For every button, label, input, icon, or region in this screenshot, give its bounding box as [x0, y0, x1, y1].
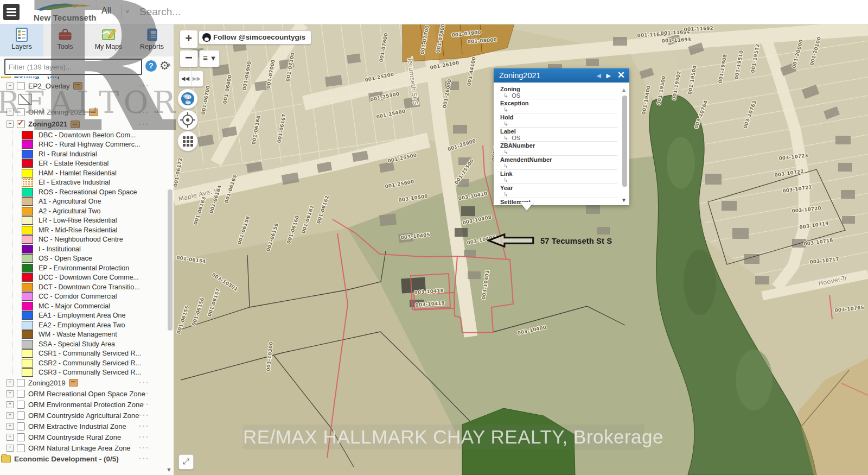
row-menu-icon[interactable]: ···	[139, 120, 150, 129]
layer-checkbox[interactable]	[17, 401, 25, 409]
layer-checkbox[interactable]	[17, 82, 25, 90]
follow-github-button[interactable]: Follow @simcoecountygis	[199, 30, 311, 45]
metadata-icon[interactable]	[71, 121, 80, 128]
sidebar-scrollbar-thumb[interactable]	[168, 189, 173, 331]
legend-label: CSR1 - Communally Serviced R...	[39, 350, 141, 357]
search-scope-selector[interactable]: All	[101, 6, 111, 16]
layer-item-orm-recreational-open-space-zone[interactable]: +ORM Recreational Open Space Zone···	[0, 388, 167, 399]
layer-checkbox[interactable]	[17, 390, 25, 398]
layer-checkbox[interactable]	[17, 433, 25, 441]
legend-item: ROS - Recreational Open Space	[22, 187, 167, 197]
app-logo: New Tecumseth	[34, 1, 99, 24]
popup-scroll-down-icon[interactable]: ▼	[621, 197, 627, 203]
locate-button[interactable]	[177, 110, 198, 130]
help-icon[interactable]: ?	[145, 60, 157, 72]
tab-layers[interactable]: Layers	[0, 24, 43, 56]
gis-app: Maple Ave. WTecumseth St SHoover-Tr 001-…	[0, 0, 868, 475]
layer-checkbox[interactable]	[17, 379, 25, 387]
legend-item: CSR3 - Communally Serviced R...	[22, 368, 167, 378]
expand-icon[interactable]: +	[7, 390, 14, 397]
row-menu-icon[interactable]: ···	[139, 433, 150, 441]
legend-label: EA1 - Employment Area One	[39, 312, 126, 319]
tab-tools[interactable]: Tools	[43, 24, 87, 56]
chevron-down-icon[interactable]: ∨	[125, 8, 130, 15]
row-menu-icon[interactable]: ···	[139, 81, 150, 90]
expand-icon[interactable]: +	[7, 379, 14, 387]
layer-item-orm-environmental-protection-zone[interactable]: +ORM Environmental Protection Zone···	[0, 399, 167, 410]
previous-extent-icon[interactable]: ◀◀	[180, 71, 191, 86]
row-menu-icon[interactable]: ···	[139, 454, 150, 463]
menu-icon[interactable]	[3, 4, 20, 20]
globe-overview-button[interactable]	[177, 88, 198, 109]
popup-next-icon[interactable]: ▶	[607, 68, 611, 83]
layer-item-ep2-overlay[interactable]: − EP2_Overlay ···	[0, 80, 167, 92]
expand-icon[interactable]: +	[7, 401, 14, 408]
popup-scroll-up-icon[interactable]: ▲	[621, 87, 627, 93]
zoom-out-button[interactable]: −	[180, 50, 198, 67]
layer-filter-input[interactable]	[4, 59, 142, 75]
layer-item-orm-extractive-industrial-zone[interactable]: +ORM Extractive Industrial Zone···	[0, 421, 167, 432]
layer-item-orm-countryside-rural-zone[interactable]: +ORM Countryside Rural Zone···	[0, 432, 167, 442]
collapse-icon[interactable]: −	[7, 83, 14, 90]
legend-swatch	[22, 169, 33, 178]
layer-checkbox[interactable]	[17, 108, 25, 116]
layer-checkbox[interactable]	[17, 422, 25, 430]
legend-swatch	[22, 207, 33, 216]
legend-item: NC - Neighbourhood Centre	[22, 235, 167, 245]
metadata-icon[interactable]	[73, 82, 82, 90]
layer-checkbox-checked[interactable]: ✓	[17, 120, 25, 128]
layer-item-orm-countryside-agricultural-zone[interactable]: +ORM Countryside Agricultural Zone···	[0, 410, 167, 421]
tab-my-maps[interactable]: My Maps	[87, 24, 130, 56]
crosshair-icon	[178, 110, 197, 130]
legend-label: EP - Environmental Protection	[39, 264, 129, 272]
legend-item: WM - Waste Management	[22, 330, 167, 340]
legend-swatch	[22, 368, 33, 377]
layer-item-zoning2019[interactable]: +Zoning2019···	[0, 377, 167, 388]
expand-icon[interactable]: +	[7, 109, 14, 116]
search-zone: All ∨	[97, 0, 868, 24]
tab-reports[interactable]: Reports	[130, 24, 174, 56]
collapse-icon[interactable]: −	[7, 121, 14, 128]
expand-icon[interactable]: +	[7, 445, 14, 452]
sidebar-scroll-down-icon[interactable]: ▼	[166, 466, 172, 473]
next-extent-icon[interactable]: ▶▶	[191, 71, 202, 86]
row-menu-icon[interactable]: ···	[139, 411, 150, 420]
expand-icon[interactable]: +	[7, 423, 14, 430]
expand-icon[interactable]: +	[7, 434, 14, 441]
legend-label: SSA - Special Study Area	[39, 340, 115, 348]
expand-icon[interactable]: +	[7, 412, 14, 419]
metadata-icon[interactable]	[69, 379, 78, 387]
folder-icon	[1, 455, 11, 463]
popup-title-bar[interactable]: Zoning2021 ◀ ▶ ✕	[494, 68, 629, 83]
layer-item-zoning2021[interactable]: − ✓ Zoning2021 ···	[0, 118, 167, 130]
sidebar-scroll-up-icon[interactable]: ▲	[166, 61, 172, 67]
row-menu-icon[interactable]: ···	[139, 108, 150, 117]
zoom-in-button[interactable]: +	[180, 30, 198, 48]
search-input[interactable]	[138, 2, 846, 22]
extent-history-buttons[interactable]: ◀◀▶▶	[178, 71, 203, 87]
grid-icon	[178, 131, 197, 151]
layer-item-orm-natural-linkage-area-zone[interactable]: +ORM Natural Linkage Area Zone···	[0, 442, 167, 453]
legend-label: NC - Neighbourhood Centre	[39, 236, 123, 243]
layer-item-orm-zoning-2021[interactable]: + ORM Zoning 2021 ···	[0, 106, 167, 118]
grid-button[interactable]	[177, 131, 198, 151]
feature-popup: Zoning2021 ◀ ▶ ✕ Zoning↳OSException↳Hold…	[494, 68, 629, 205]
layer-group-economic-development[interactable]: Economic Development - (0/5) ···	[0, 453, 167, 464]
field-label: Zoning	[500, 86, 617, 92]
expand-button[interactable]: ⤢	[178, 454, 194, 470]
popup-scrollbar-thumb[interactable]	[622, 96, 627, 187]
row-menu-icon[interactable]: ···	[139, 378, 150, 387]
basemap-menu-button[interactable]: ≡ ▾	[199, 50, 220, 67]
row-menu-icon[interactable]: ···	[139, 389, 150, 398]
row-menu-icon[interactable]: ···	[139, 444, 150, 452]
legend-swatch	[22, 178, 33, 187]
popup-prev-icon[interactable]: ◀	[597, 68, 601, 83]
popup-close-icon[interactable]: ✕	[617, 68, 625, 83]
layer-checkbox[interactable]	[17, 444, 25, 452]
field-value: ↳OS	[500, 92, 617, 99]
legend-swatch	[22, 150, 33, 159]
layer-checkbox[interactable]	[17, 411, 25, 420]
row-menu-icon[interactable]: ···	[139, 400, 150, 409]
metadata-icon[interactable]	[89, 109, 98, 116]
row-menu-icon[interactable]: ···	[139, 422, 150, 430]
